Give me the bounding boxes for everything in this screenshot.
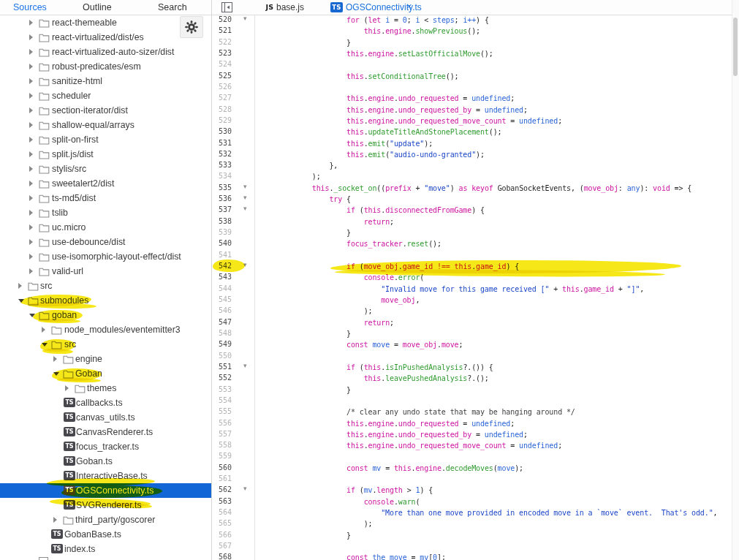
- tree-item-node-modules-eventemitter3[interactable]: node_modules/eventemitter3: [0, 322, 211, 337]
- tree-item-ogsconnectivity-ts[interactable]: TSOGSConnectivity.ts: [0, 483, 211, 498]
- panel-tab-outline[interactable]: Outline: [83, 2, 112, 12]
- tree-item-third-party-goscorer[interactable]: third_party/goscorer: [0, 512, 211, 527]
- chevron-collapsed-icon[interactable]: [29, 137, 33, 143]
- line-number-562[interactable]: 562: [211, 485, 232, 493]
- line-number-567[interactable]: 567: [211, 542, 232, 550]
- line-number-520[interactable]: 520: [211, 15, 232, 23]
- line-number-565[interactable]: 565: [211, 519, 232, 527]
- fold-arrow-icon[interactable]: ▾: [243, 261, 247, 268]
- line-number-548[interactable]: 548: [211, 329, 232, 337]
- chevron-collapsed-icon[interactable]: [29, 107, 33, 113]
- line-number-552[interactable]: 552: [211, 374, 232, 382]
- chevron-collapsed-icon[interactable]: [53, 356, 57, 362]
- line-number-539[interactable]: 539: [211, 228, 232, 236]
- line-number-555[interactable]: 555: [211, 407, 232, 415]
- toggle-navigator-icon[interactable]: [221, 2, 232, 15]
- chevron-expanded-icon[interactable]: [29, 314, 35, 317]
- fold-arrow-icon[interactable]: ▾: [243, 183, 247, 190]
- line-number-544[interactable]: 544: [211, 284, 232, 292]
- line-number-549[interactable]: 549: [211, 340, 232, 348]
- tree-item-sanitize-html[interactable]: sanitize-html: [0, 74, 211, 88]
- fold-arrow-icon[interactable]: ▾: [243, 15, 247, 22]
- tree-item-interactivebase-ts[interactable]: TSInteractiveBase.ts: [0, 469, 211, 483]
- tree-item-src[interactable]: src: [0, 337, 211, 352]
- chevron-collapsed-icon[interactable]: [29, 20, 33, 26]
- line-number-556[interactable]: 556: [211, 419, 232, 427]
- scrollbar[interactable]: [732, 0, 739, 560]
- panel-tab-sources[interactable]: Sources: [13, 2, 47, 12]
- tree-item-use-isomorphic-layout-effect-dist[interactable]: use-isomorphic-layout-effect/dist: [0, 249, 211, 264]
- line-number-532[interactable]: 532: [211, 150, 232, 158]
- line-number-561[interactable]: 561: [211, 474, 232, 483]
- line-number-531[interactable]: 531: [211, 139, 232, 147]
- chevron-collapsed-icon[interactable]: [29, 224, 33, 230]
- line-number-547[interactable]: 547: [211, 318, 232, 326]
- line-number-530[interactable]: 530: [211, 127, 232, 135]
- line-number-554[interactable]: 554: [211, 396, 232, 404]
- line-number-528[interactable]: 528: [211, 105, 232, 113]
- line-number-566[interactable]: 566: [211, 531, 232, 539]
- chevron-collapsed-icon[interactable]: [29, 93, 33, 99]
- line-number-538[interactable]: 538: [211, 217, 232, 225]
- tree-item-react-virtualized-auto-sizer-dist[interactable]: react-virtualized-auto-sizer/dist: [0, 45, 211, 59]
- line-number-564[interactable]: 564: [211, 508, 232, 516]
- line-number-524[interactable]: 524: [211, 60, 232, 68]
- tree-item-section-iterator-dist[interactable]: section-iterator/dist: [0, 103, 211, 118]
- fold-arrow-icon[interactable]: ▾: [243, 205, 247, 212]
- line-number-559[interactable]: 559: [211, 452, 232, 460]
- tree-item-submodules[interactable]: submodules: [0, 293, 211, 308]
- tree-item-sweetalert2-dist[interactable]: sweetalert2/dist: [0, 176, 211, 191]
- tree-item-goban[interactable]: Goban: [0, 366, 211, 381]
- chevron-expanded-icon[interactable]: [42, 343, 48, 347]
- chevron-collapsed-icon[interactable]: [29, 195, 33, 201]
- tree-item-stylis-src[interactable]: stylis/src: [0, 162, 211, 176]
- line-number-542[interactable]: 542: [211, 262, 232, 270]
- chevron-collapsed-icon[interactable]: [29, 268, 33, 274]
- chevron-collapsed-icon[interactable]: [29, 78, 33, 84]
- tree-item-svgrenderer-ts[interactable]: TSSVGRenderer.ts: [0, 498, 211, 512]
- tree-item-src[interactable]: src: [0, 279, 211, 293]
- line-number-527[interactable]: 527: [211, 94, 232, 102]
- line-number-543[interactable]: 543: [211, 273, 232, 281]
- fold-arrow-icon[interactable]: ▾: [243, 194, 247, 201]
- tree-item-canvas-utils-ts[interactable]: TScanvas_utils.ts: [0, 410, 211, 425]
- fold-arrow-icon[interactable]: ▾: [243, 362, 247, 369]
- tree-item-scheduler[interactable]: scheduler: [0, 88, 211, 103]
- line-number-550[interactable]: 550: [211, 352, 232, 360]
- tree-item-shallow-equal-arrays[interactable]: shallow-equal/arrays: [0, 118, 211, 132]
- close-tab-icon[interactable]: ×: [406, 1, 412, 12]
- chevron-collapsed-icon[interactable]: [42, 327, 45, 333]
- chevron-collapsed-icon[interactable]: [29, 254, 33, 260]
- line-number-533[interactable]: 533: [211, 161, 232, 169]
- tree-item-valid-url[interactable]: valid-url: [0, 264, 211, 279]
- line-number-523[interactable]: 523: [211, 49, 232, 57]
- chevron-expanded-icon[interactable]: [18, 299, 24, 303]
- chevron-collapsed-icon[interactable]: [29, 151, 33, 157]
- line-number-553[interactable]: 553: [211, 385, 232, 393]
- line-number-546[interactable]: 546: [211, 306, 232, 314]
- tree-item-goban-ts[interactable]: TSGoban.ts: [0, 454, 211, 469]
- chevron-collapsed-icon[interactable]: [29, 34, 33, 40]
- chevron-collapsed-icon[interactable]: [29, 64, 33, 69]
- line-number-537[interactable]: 537: [211, 205, 232, 213]
- chevron-collapsed-icon[interactable]: [29, 210, 33, 216]
- line-number-551[interactable]: 551: [211, 363, 232, 371]
- tree-item-robust-predicates-esm[interactable]: robust-predicates/esm: [0, 59, 211, 74]
- tree-item-index-ts[interactable]: TSindex.ts: [0, 542, 211, 556]
- tree-item-focus-tracker-ts[interactable]: TSfocus_tracker.ts: [0, 439, 211, 454]
- tree-item-goban[interactable]: goban: [0, 308, 211, 322]
- tree-item-callbacks-ts[interactable]: TScallbacks.ts: [0, 396, 211, 410]
- line-number-541[interactable]: 541: [211, 251, 232, 259]
- line-number-563[interactable]: 563: [211, 497, 232, 505]
- scrollbar-thumb[interactable]: [733, 18, 738, 76]
- line-number-525[interactable]: 525: [211, 72, 232, 80]
- chevron-collapsed-icon[interactable]: [29, 239, 33, 245]
- line-number-521[interactable]: 521: [211, 26, 232, 34]
- line-number-529[interactable]: 529: [211, 116, 232, 124]
- tree-item-split-on-first[interactable]: split-on-first: [0, 132, 211, 147]
- line-number-557[interactable]: 557: [211, 430, 232, 438]
- chevron-collapsed-icon[interactable]: [29, 122, 33, 128]
- tree-item-tslib[interactable]: tslib: [0, 205, 211, 220]
- line-number-526[interactable]: 526: [211, 83, 232, 91]
- line-number-535[interactable]: 535: [211, 183, 232, 192]
